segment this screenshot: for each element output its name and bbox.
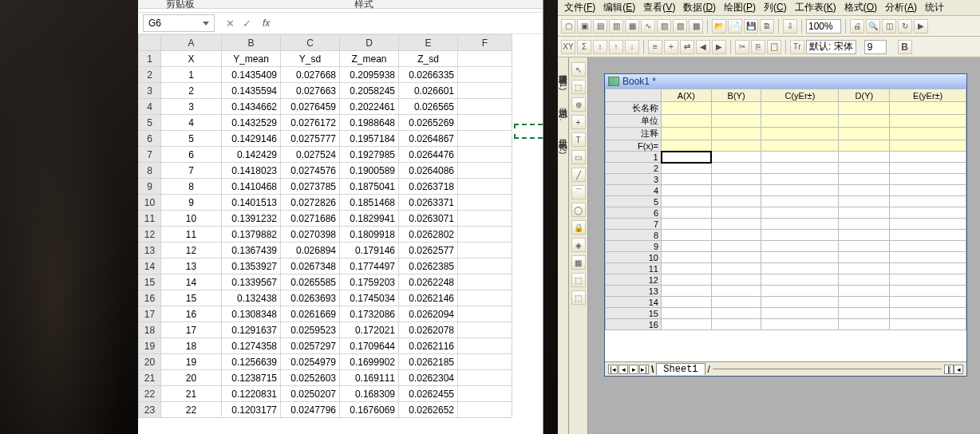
cell[interactable]: 0.1432529 xyxy=(222,115,281,131)
origin-row-label[interactable]: F(x)= xyxy=(606,140,662,152)
origin-cell[interactable] xyxy=(662,219,712,230)
col-xy-icon[interactable]: XY xyxy=(561,40,575,54)
cell[interactable]: 0.0271686 xyxy=(281,211,340,227)
origin-cell[interactable] xyxy=(839,207,890,219)
origin-cell[interactable] xyxy=(711,174,761,185)
cell[interactable]: 0.0265585 xyxy=(281,274,340,290)
origin-cell[interactable] xyxy=(761,286,839,297)
origin-cell[interactable] xyxy=(839,185,890,196)
sheet-nav[interactable]: |◂◂▸▸| xyxy=(608,365,649,374)
cell[interactable]: 0.1274358 xyxy=(222,338,281,354)
cell[interactable] xyxy=(458,370,512,386)
cell[interactable]: 0.0262248 xyxy=(399,274,458,290)
cell[interactable]: 0.0259523 xyxy=(281,322,340,338)
cell[interactable]: 7 xyxy=(161,163,222,179)
side-tab[interactable]: 项目管理器 xyxy=(558,65,569,72)
cell[interactable]: 0.0265269 xyxy=(399,115,458,131)
cell[interactable]: 0.0263071 xyxy=(399,211,458,227)
cell[interactable]: 0.0261669 xyxy=(281,306,340,322)
tool-icon[interactable]: ⬚ xyxy=(571,80,586,94)
row-header-20[interactable]: 20 xyxy=(139,354,161,370)
col-right-icon[interactable]: ▶ xyxy=(712,40,726,54)
cell[interactable]: 0.0276172 xyxy=(281,115,340,131)
cell[interactable]: 18 xyxy=(161,338,222,354)
workbook-window[interactable]: Book1 * A(X)B(Y)C(yEr±)D(Y)E(yEr±)长名称单位注… xyxy=(604,73,967,377)
row-header-19[interactable]: 19 xyxy=(139,338,161,354)
new-folder-icon[interactable]: ▣ xyxy=(577,19,591,34)
cell[interactable]: 0.2095938 xyxy=(340,67,399,83)
tool-icon[interactable]: ⬚ xyxy=(571,273,586,287)
cell[interactable]: 0.1429146 xyxy=(222,131,281,147)
origin-row-num[interactable]: 12 xyxy=(606,274,662,286)
row-header-18[interactable]: 18 xyxy=(139,322,161,338)
tool-icon[interactable]: ↖ xyxy=(571,62,586,77)
print-preview-icon[interactable]: 🔍 xyxy=(866,19,880,34)
origin-cell[interactable] xyxy=(711,241,761,252)
row-header-21[interactable]: 21 xyxy=(139,370,161,386)
cell[interactable]: 0.027524 xyxy=(281,147,340,163)
origin-cell[interactable] xyxy=(662,102,712,115)
refresh-icon[interactable]: ↻ xyxy=(898,19,912,34)
origin-cell[interactable] xyxy=(662,263,712,274)
cell[interactable]: 6 xyxy=(161,147,222,163)
origin-cell[interactable] xyxy=(839,140,890,152)
save-template-icon[interactable]: 🗎 xyxy=(760,19,774,34)
origin-cell[interactable] xyxy=(890,185,966,196)
row-header-16[interactable]: 16 xyxy=(139,290,161,306)
origin-cell[interactable] xyxy=(890,174,966,185)
row-header-7[interactable]: 7 xyxy=(139,147,161,163)
side-tab[interactable]: 提示日志 xyxy=(558,129,569,136)
cell[interactable]: 0.0274576 xyxy=(281,163,340,179)
cell[interactable]: 0.0250207 xyxy=(281,386,340,402)
origin-row-num[interactable]: 11 xyxy=(606,263,662,274)
col-header-F[interactable]: F xyxy=(458,35,512,51)
cell[interactable]: 0.1957184 xyxy=(340,131,399,147)
cut-icon[interactable]: ✂ xyxy=(735,40,749,54)
origin-cell[interactable] xyxy=(711,252,761,263)
menu-item[interactable]: 分析(A) xyxy=(882,0,920,15)
row-header-1[interactable]: 1 xyxy=(139,51,161,67)
cell[interactable]: 0.0263371 xyxy=(399,195,458,211)
cell[interactable]: 0.1401513 xyxy=(222,195,281,211)
cell[interactable] xyxy=(458,115,512,131)
cell[interactable] xyxy=(458,131,512,147)
cell[interactable]: 0.0266335 xyxy=(399,67,458,83)
origin-col-header[interactable]: A(X) xyxy=(662,89,712,102)
menu-item[interactable]: 工作表(K) xyxy=(792,0,840,15)
menu-item[interactable]: 绘图(P) xyxy=(721,0,759,15)
cell[interactable]: 0.1256639 xyxy=(222,354,281,370)
cell[interactable]: 0.0264867 xyxy=(399,131,458,147)
origin-cell[interactable] xyxy=(890,196,966,207)
menu-item[interactable]: 编辑(E) xyxy=(600,0,638,15)
cell[interactable]: 0.172021 xyxy=(340,322,399,338)
cell[interactable]: 21 xyxy=(161,386,222,402)
origin-row-num[interactable]: 3 xyxy=(606,174,662,185)
name-box[interactable]: G6 xyxy=(143,14,215,32)
cell[interactable]: 0.132438 xyxy=(222,290,281,306)
origin-cell[interactable] xyxy=(711,185,761,196)
cell[interactable]: 0.0262146 xyxy=(399,290,458,306)
origin-cell[interactable] xyxy=(761,319,839,330)
origin-cell[interactable] xyxy=(662,286,712,297)
cell[interactable] xyxy=(458,195,512,211)
origin-row-num[interactable]: 8 xyxy=(606,230,662,241)
origin-row-num[interactable]: 6 xyxy=(606,207,662,219)
origin-cell[interactable] xyxy=(890,286,966,297)
cell[interactable]: 0.1291637 xyxy=(222,322,281,338)
origin-cell[interactable] xyxy=(761,174,839,185)
origin-row-num[interactable]: 16 xyxy=(606,319,662,330)
new-notes-icon[interactable]: ▨ xyxy=(673,19,687,34)
origin-cell[interactable] xyxy=(662,152,712,163)
new-excel-icon[interactable]: ▩ xyxy=(689,19,703,34)
row-header-6[interactable]: 6 xyxy=(139,131,161,147)
duplicate-icon[interactable]: ◫ xyxy=(882,19,896,34)
cell[interactable]: 0.1418023 xyxy=(222,163,281,179)
origin-cell[interactable] xyxy=(839,274,890,286)
origin-cell[interactable] xyxy=(761,196,839,207)
origin-cell[interactable] xyxy=(662,252,712,263)
zoom-selector[interactable]: 100% xyxy=(806,19,841,34)
cell[interactable]: 0.1900589 xyxy=(340,163,399,179)
cell[interactable]: 0.1809918 xyxy=(340,227,399,243)
origin-cell[interactable] xyxy=(890,163,966,174)
row-header-17[interactable]: 17 xyxy=(139,306,161,322)
